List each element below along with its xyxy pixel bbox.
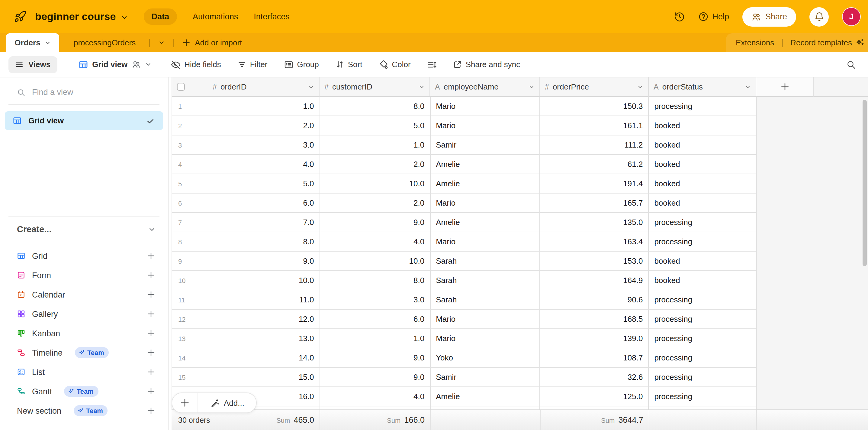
cell-employeeName[interactable]: Yoko: [430, 348, 540, 368]
cell-orderPrice[interactable]: 111.2: [540, 136, 649, 155]
cell-employeeName[interactable]: Mario: [430, 116, 540, 136]
cell-orderPrice[interactable]: 108.7: [540, 348, 649, 368]
cell-orderStatus[interactable]: processing: [649, 290, 756, 310]
view-switcher[interactable]: Grid view: [78, 60, 152, 69]
add-or-import-button[interactable]: Add or import: [182, 33, 242, 52]
cell-orderPrice[interactable]: 150.3: [540, 97, 649, 116]
row-number[interactable]: 11: [172, 290, 192, 310]
create-item-calendar[interactable]: 31 Calendar: [0, 285, 168, 304]
cell-employeeName[interactable]: Sarah: [430, 290, 540, 310]
row-number[interactable]: 8: [172, 232, 192, 252]
cell-orderStatus[interactable]: processing: [649, 97, 756, 116]
column-header-orderPrice[interactable]: # orderPrice: [540, 78, 649, 97]
cell-orderPrice[interactable]: 125.0: [540, 387, 649, 406]
cell-customerID[interactable]: 4.0: [320, 387, 431, 406]
cell-customerID[interactable]: 8.0: [320, 271, 431, 290]
cell-orderPrice[interactable]: 168.5: [540, 310, 649, 329]
cell-customerID[interactable]: 1.0: [320, 136, 431, 155]
cell-employeeName[interactable]: Mario: [430, 194, 540, 213]
cell-orderStatus[interactable]: processing: [649, 213, 756, 232]
cell-orderStatus[interactable]: processing: [649, 329, 756, 348]
cell-customerID[interactable]: 4.0: [320, 232, 431, 252]
chevron-down-icon[interactable]: [121, 13, 128, 21]
cell-orderID[interactable]: 5.0: [192, 174, 320, 194]
extensions-button[interactable]: Extensions: [736, 38, 774, 47]
plus-icon[interactable]: [147, 387, 155, 396]
plus-icon[interactable]: [147, 368, 155, 376]
record-templates-button[interactable]: Record templates: [790, 38, 865, 47]
filter-button[interactable]: Filter: [238, 60, 268, 69]
cell-orderStatus[interactable]: booked: [649, 271, 756, 290]
cell-orderPrice[interactable]: 163.4: [540, 232, 649, 252]
vertical-scrollbar[interactable]: [863, 100, 867, 266]
plus-icon[interactable]: [147, 329, 155, 338]
cell-customerID[interactable]: 1.0: [320, 329, 431, 348]
row-number[interactable]: 2: [172, 116, 192, 136]
cell-customerID[interactable]: 8.0: [320, 97, 431, 116]
row-number[interactable]: 12: [172, 310, 192, 329]
cell-customerID[interactable]: 3.0: [320, 290, 431, 310]
cell-orderID[interactable]: 12.0: [192, 310, 320, 329]
cell-employeeName[interactable]: Samir: [430, 368, 540, 387]
cell-orderStatus[interactable]: booked: [649, 194, 756, 213]
cell-orderID[interactable]: 10.0: [192, 271, 320, 290]
create-item-gantt[interactable]: Gantt Team: [0, 382, 168, 401]
column-header-employeeName[interactable]: A employeeName: [430, 78, 540, 97]
nav-tab-data[interactable]: Data: [144, 8, 177, 25]
hide-fields-button[interactable]: Hide fields: [171, 60, 221, 69]
find-view-input[interactable]: [32, 88, 135, 97]
cell-orderPrice[interactable]: 161.1: [540, 116, 649, 136]
chevron-down-icon[interactable]: [308, 84, 314, 90]
nav-tab-interfaces[interactable]: Interfaces: [254, 12, 290, 21]
create-item-kanban[interactable]: Kanban: [0, 323, 168, 343]
create-item-timeline[interactable]: Timeline Team: [0, 343, 168, 362]
cell-employeeName[interactable]: Mario: [430, 232, 540, 252]
cell-customerID[interactable]: 9.0: [320, 348, 431, 368]
select-all-checkbox[interactable]: [177, 83, 185, 91]
column-header-orderID[interactable]: # orderID: [172, 78, 319, 97]
row-number[interactable]: 13: [172, 329, 192, 348]
share-button[interactable]: Share: [742, 7, 796, 26]
add-with-ai-button[interactable]: Add...: [198, 393, 256, 412]
create-section-header[interactable]: Create...: [17, 224, 156, 234]
cell-orderPrice[interactable]: 191.4: [540, 174, 649, 194]
plus-icon[interactable]: [147, 290, 155, 299]
create-item-form[interactable]: Form: [0, 265, 168, 285]
cell-orderPrice[interactable]: 165.7: [540, 194, 649, 213]
tab-orders[interactable]: Orders: [6, 33, 59, 52]
plus-icon[interactable]: [147, 348, 155, 357]
cell-customerID[interactable]: 10.0: [320, 174, 431, 194]
cell-orderPrice[interactable]: 32.6: [540, 368, 649, 387]
plus-icon[interactable]: [147, 406, 155, 415]
cell-employeeName[interactable]: Mario: [430, 310, 540, 329]
chevron-down-icon[interactable]: [148, 225, 156, 233]
cell-orderStatus[interactable]: booked: [649, 174, 756, 194]
cell-orderPrice[interactable]: 135.0: [540, 213, 649, 232]
group-button[interactable]: Group: [284, 60, 319, 69]
plus-icon[interactable]: [147, 310, 155, 318]
row-number[interactable]: 15: [172, 368, 192, 387]
cell-orderStatus[interactable]: booked: [649, 252, 756, 271]
cell-orderID[interactable]: 4.0: [192, 155, 320, 174]
column-header-orderStatus[interactable]: A orderStatus: [649, 78, 756, 97]
cell-orderStatus[interactable]: processing: [649, 310, 756, 329]
cell-orderPrice[interactable]: 90.6: [540, 290, 649, 310]
row-number[interactable]: 1: [172, 97, 192, 116]
plus-icon[interactable]: [147, 271, 155, 279]
cell-orderPrice[interactable]: 139.0: [540, 329, 649, 348]
cell-employeeName[interactable]: Samir: [430, 136, 540, 155]
cell-orderStatus[interactable]: processing: [649, 232, 756, 252]
cell-orderPrice[interactable]: 153.0: [540, 252, 649, 271]
create-item-grid[interactable]: Grid: [0, 246, 168, 265]
cell-employeeName[interactable]: Amelie: [430, 174, 540, 194]
row-number[interactable]: 4: [172, 155, 192, 174]
cell-orderPrice[interactable]: 164.9: [540, 271, 649, 290]
row-number[interactable]: 9: [172, 252, 192, 271]
cell-orderID[interactable]: 9.0: [192, 252, 320, 271]
column-header-customerID[interactable]: # customerID: [319, 78, 430, 97]
cell-employeeName[interactable]: Amelie: [430, 387, 540, 406]
cell-orderPrice[interactable]: 61.2: [540, 155, 649, 174]
cell-customerID[interactable]: 10.0: [320, 252, 431, 271]
cell-customerID[interactable]: 2.0: [320, 155, 431, 174]
row-number[interactable]: 7: [172, 213, 192, 232]
